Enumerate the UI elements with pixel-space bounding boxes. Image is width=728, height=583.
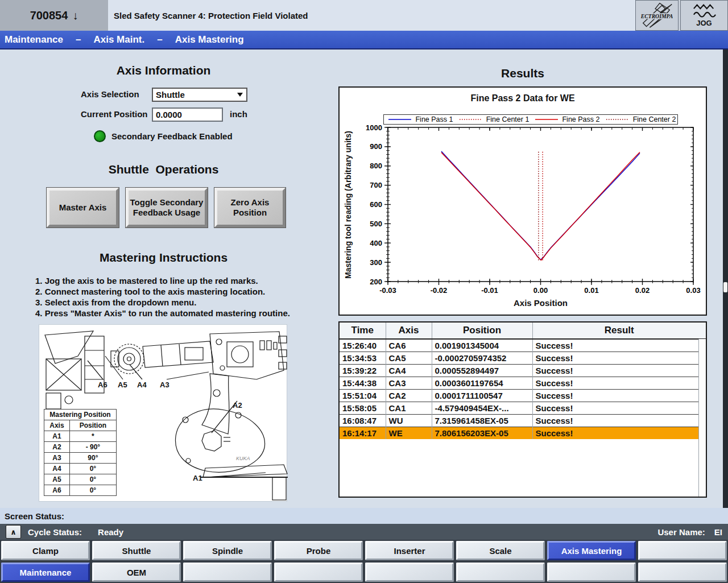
result-cell-time: 16:08:47	[340, 415, 386, 427]
instruction-step: 3. Select axis from the dropdown menu.	[35, 297, 290, 308]
result-cell-time: 15:44:38	[340, 377, 386, 390]
result-row[interactable]: 15:58:05CA1-4.579409454EX-...Success!	[340, 402, 706, 415]
result-row[interactable]: 15:26:40CA60.001901345004Success!	[340, 339, 706, 352]
result-cell-result: Success!	[532, 339, 706, 352]
mp-cell: A4	[44, 464, 70, 474]
shuttle-operations-title: Shuttle Operations	[0, 163, 327, 176]
toggle-secondary-feedback-button[interactable]: Toggle Secondary Feedback Usage	[126, 188, 208, 228]
softkey-oem[interactable]: OEM	[92, 563, 181, 582]
mp-cell: A5	[44, 474, 70, 485]
svg-text:0.03: 0.03	[686, 286, 700, 295]
mp-row: A1*	[44, 431, 117, 442]
svg-text:800: 800	[370, 162, 382, 170]
result-cell-position: -4.579409454EX-...	[432, 402, 532, 415]
chart-y-axis-label: Mastering tool reading (Arbitrary units)	[344, 128, 354, 282]
result-cell-result: Success!	[532, 390, 706, 402]
hmi-screen: 700854 ↓ Sled Safety Scanner 4: Protecti…	[0, 0, 728, 583]
softkey-inserter[interactable]: Inserter	[365, 541, 454, 560]
alarm-number-box[interactable]: 700854 ↓	[0, 0, 108, 31]
result-cell-axis: CA4	[386, 365, 432, 377]
softkey-empty[interactable]	[456, 563, 545, 582]
axis-selection-dropdown[interactable]: Shuttle	[152, 88, 247, 102]
user-name-label: User Name:	[657, 527, 705, 537]
result-cell-position: 0.0001711100547	[432, 390, 532, 402]
result-cell-position: -0.0002705974352	[432, 352, 532, 365]
results-title: Results	[338, 67, 707, 80]
jog-label: JOG	[696, 19, 712, 27]
breadcrumb-separator: –	[157, 34, 162, 46]
alarm-message: Sled Safety Scanner 4: Protection Field …	[108, 0, 635, 31]
softkey-empty[interactable]	[274, 563, 363, 582]
softkey-maintenance[interactable]: Maintenance	[1, 563, 90, 582]
mastering-instructions-list: 1. Jog the axis to be mastered to line u…	[35, 275, 290, 319]
breadcrumb-separator: –	[76, 34, 81, 46]
result-cell-position: 7.806156203EX-05	[432, 427, 532, 440]
results-col-time: Time	[340, 322, 386, 339]
current-position-field[interactable]	[152, 107, 223, 122]
mp-cell: A1	[44, 431, 70, 442]
result-cell-time: 15:39:22	[340, 365, 386, 377]
results-col-axis: Axis	[386, 322, 432, 339]
mastering-instructions-title: Mastering Instructions	[0, 251, 327, 264]
result-cell-position: 7.315961458EX-05	[432, 415, 532, 427]
current-position-label: Current Position	[81, 109, 148, 119]
breadcrumb-item-axis-mastering: Axis Mastering	[175, 34, 244, 46]
position-unit-label: inch	[230, 109, 247, 119]
svg-text:300: 300	[370, 258, 382, 267]
result-row[interactable]: 15:44:38CA30.0003601197654Success!	[340, 377, 706, 390]
jog-button[interactable]: JOG	[680, 0, 728, 31]
results-col-position: Position	[432, 322, 532, 339]
result-row[interactable]: 16:14:17WE7.806156203EX-05Success!	[340, 427, 706, 440]
results-col-result: Result	[532, 322, 706, 339]
result-cell-axis: CA6	[386, 339, 432, 352]
mp-row: A390°	[44, 453, 117, 464]
mp-col-position: Position	[69, 420, 116, 431]
mp-row: A60°	[44, 485, 117, 496]
mp-cell: A2	[44, 442, 70, 453]
result-cell-axis: WU	[386, 415, 432, 427]
results-scrollbar-track	[698, 339, 706, 497]
result-cell-result: Success!	[532, 415, 706, 427]
instruction-step: 2. Connect mastering tool to the axis ma…	[35, 286, 290, 297]
result-cell-time: 15:51:04	[340, 390, 386, 402]
svg-text:0.02: 0.02	[635, 286, 650, 295]
result-cell-axis: CA2	[386, 390, 432, 402]
result-row[interactable]: 16:08:47WU7.315961458EX-05Success!	[340, 415, 706, 427]
result-row[interactable]: 15:34:53CA5-0.0002705974352Success!	[340, 352, 706, 365]
screen-scrollbar-thumb[interactable]	[723, 282, 727, 292]
softkey-axis-mastering[interactable]: Axis Mastering	[547, 541, 636, 560]
result-cell-time: 15:26:40	[340, 339, 386, 352]
result-cell-result: Success!	[532, 352, 706, 365]
master-axis-button[interactable]: Master Axis	[47, 188, 119, 228]
softkey-empty[interactable]	[638, 541, 727, 560]
mp-cell: 0°	[69, 464, 116, 474]
secondary-feedback-led	[94, 130, 106, 142]
softkey-empty[interactable]	[365, 563, 454, 582]
screen-status-bar: Screen Status:	[0, 508, 728, 524]
cycle-status-value: Ready	[98, 527, 123, 537]
mp-row: A2- 90°	[44, 442, 117, 453]
breadcrumb-item-axis-maint: Axis Maint.	[93, 34, 144, 46]
softkey-scale[interactable]: Scale	[456, 541, 545, 560]
mp-col-axis: Axis	[44, 420, 70, 431]
result-cell-axis: CA1	[386, 402, 432, 415]
zero-axis-position-button[interactable]: Zero Axis Position	[214, 188, 286, 228]
chevron-up-icon: ∧	[10, 528, 16, 536]
electroimpact-logo-button[interactable]: ECTROIMPA	[635, 0, 679, 31]
mp-cell: A3	[44, 453, 70, 464]
softkey-probe[interactable]: Probe	[274, 541, 363, 560]
axis-label-a6: A6	[98, 381, 107, 389]
softkey-empty[interactable]	[638, 563, 727, 582]
softkey-spindle[interactable]: Spindle	[183, 541, 272, 560]
collapse-button[interactable]: ∧	[6, 525, 21, 539]
result-row[interactable]: 15:51:04CA20.0001711100547Success!	[340, 390, 706, 402]
mp-cell: 90°	[69, 453, 116, 464]
softkey-empty[interactable]	[183, 563, 272, 582]
result-row[interactable]: 15:39:22CA40.000552894497Success!	[340, 365, 706, 377]
mp-row: A40°	[44, 464, 117, 474]
softkey-empty[interactable]	[547, 563, 636, 582]
softkey-clamp[interactable]: Clamp	[1, 541, 90, 560]
softkey-shuttle[interactable]: Shuttle	[92, 541, 181, 560]
instruction-step: 4. Press "Master Axis" to run the automa…	[35, 308, 290, 319]
result-cell-position: 0.0003601197654	[432, 377, 532, 390]
